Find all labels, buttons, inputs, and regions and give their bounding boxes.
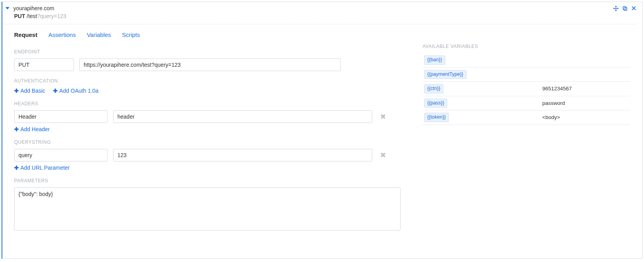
tab-scripts[interactable]: Scripts — [122, 31, 140, 38]
add-oauth-button[interactable]: ✚Add OAuth 1.0a — [53, 88, 99, 94]
var-row: {{paymentType}} — [423, 67, 630, 82]
add-header-label: Add Header — [20, 126, 50, 132]
tab-bar: Request Assertions Variables Scripts — [2, 24, 642, 42]
summary-path: /test — [27, 13, 37, 19]
remove-header-icon[interactable]: ✖ — [378, 112, 388, 121]
section-available-vars-label: AVAILABLE VARIABLES — [423, 44, 630, 49]
var-value: 9651234567 — [534, 82, 630, 96]
add-basic-label: Add Basic — [20, 88, 45, 94]
add-oauth-label: Add OAuth 1.0a — [59, 88, 99, 94]
parameters-body-textarea[interactable] — [14, 187, 401, 231]
section-authentication-label: AUTHENTICATION — [14, 78, 407, 84]
summary-method: PUT — [14, 13, 25, 19]
var-value: password — [534, 96, 630, 110]
add-url-param-label: Add URL Parameter — [20, 165, 70, 171]
panel-header: yourapihere.com — [2, 2, 642, 13]
header-row: ✖ — [14, 110, 407, 123]
panel-actions — [613, 5, 637, 11]
svg-rect-1 — [623, 6, 626, 9]
var-value — [534, 67, 630, 82]
add-url-param-button[interactable]: ✚Add URL Parameter — [14, 165, 70, 171]
panel-title: yourapihere.com — [13, 5, 613, 11]
section-querystring-label: QUERYSTRING — [14, 139, 407, 145]
header-key-input[interactable] — [14, 110, 108, 123]
api-step-panel: yourapihere.com PUT/test?query=123 Reque… — [2, 2, 642, 259]
url-input[interactable] — [79, 59, 341, 71]
var-row: {{ctn}} 9651234567 — [423, 82, 630, 96]
plus-icon: ✚ — [14, 126, 19, 132]
http-method-select[interactable] — [14, 59, 74, 71]
tab-assertions[interactable]: Assertions — [48, 31, 76, 38]
section-headers-label: HEADERS — [14, 101, 407, 106]
var-pill[interactable]: {{paymentType}} — [424, 70, 467, 79]
available-variables-table: {{ban}} {{paymentType}} {{ctn}} 96512345… — [423, 53, 630, 125]
var-pill[interactable]: {{token}} — [424, 113, 449, 122]
var-pill[interactable]: {{pass}} — [424, 99, 447, 108]
move-icon[interactable] — [613, 5, 619, 11]
section-endpoint-label: ENDPOINT — [14, 49, 407, 55]
var-value: <body> — [534, 110, 630, 125]
add-header-button[interactable]: ✚Add Header — [14, 126, 50, 132]
remove-query-icon[interactable]: ✖ — [378, 151, 388, 159]
query-value-input[interactable] — [113, 149, 372, 161]
summary-query: ?query=123 — [37, 13, 66, 19]
plus-icon: ✚ — [14, 165, 19, 171]
var-value — [534, 53, 630, 67]
query-row: ✖ — [14, 149, 407, 161]
collapse-caret-icon[interactable] — [5, 7, 9, 9]
section-parameters-label: PARAMETERS — [14, 178, 407, 183]
tab-variables[interactable]: Variables — [87, 31, 111, 38]
var-row: {{pass}} password — [423, 96, 630, 110]
close-icon[interactable] — [631, 5, 637, 11]
var-row: {{token}} <body> — [423, 110, 630, 125]
svg-rect-0 — [624, 7, 627, 11]
var-pill[interactable]: {{ban}} — [424, 55, 445, 65]
add-basic-auth-button[interactable]: ✚Add Basic — [14, 88, 45, 94]
plus-icon: ✚ — [53, 88, 58, 94]
duplicate-icon[interactable] — [622, 5, 628, 11]
var-pill[interactable]: {{ctn}} — [424, 84, 443, 93]
tab-request[interactable]: Request — [14, 31, 37, 38]
query-key-input[interactable] — [14, 149, 108, 161]
header-value-input[interactable] — [113, 110, 372, 123]
request-summary: PUT/test?query=123 — [2, 13, 637, 24]
plus-icon: ✚ — [14, 88, 19, 94]
var-row: {{ban}} — [423, 53, 630, 67]
